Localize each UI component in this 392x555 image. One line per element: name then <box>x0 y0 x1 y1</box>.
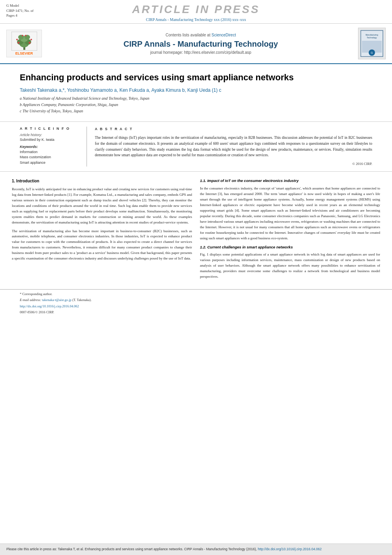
copyright-line: © 2016 CIRP. <box>95 161 372 167</box>
abstract-section: A B S T R A C T The Internet of things (… <box>95 127 372 167</box>
top-bar: G Model CIRP-1471; No. of Pages 4 ARTICL… <box>0 0 392 24</box>
svg-point-9 <box>16 39 18 40</box>
elsevier-logo: ELSEVIER <box>6 30 42 57</box>
section-1-para-2: The servitization of manufacturing also … <box>12 229 192 262</box>
g-model-text: G Model <box>6 3 38 8</box>
keywords-title: Keywords: <box>20 145 80 149</box>
journal-homepage[interactable]: journal homepage: http://ees.elsevier.co… <box>50 50 352 55</box>
section-1-2-para-1: Fig. 1 displays some potential applicati… <box>200 252 380 280</box>
journal-thumbnail: Manufacturing Technology G <box>358 28 386 59</box>
keyword-2: Mass customization <box>20 155 80 160</box>
column-left: 1. Introduction Recently, IoT is widely … <box>12 178 192 283</box>
section-1-1-para-1: In the consumer electronics industry, th… <box>200 186 380 241</box>
svg-point-8 <box>28 42 30 44</box>
affil-a: a National Institute of Advanced Industr… <box>20 95 372 102</box>
journal-title: CIRP Annals - Manufacturing Technology <box>50 40 352 49</box>
keyword-3: Smart appliance <box>20 160 80 166</box>
svg-text:Technology: Technology <box>367 36 377 39</box>
issn-text: 0007-8506/© 2016 CIRP. <box>20 310 54 314</box>
abstract-text: The Internet of things (IoT) plays impor… <box>95 135 372 158</box>
affiliations: a National Institute of Advanced Industr… <box>20 95 372 114</box>
svg-text:G: G <box>371 51 373 54</box>
svg-point-7 <box>17 42 19 44</box>
footer-citation-bar: Please cite this article in press as: Ta… <box>0 544 392 555</box>
email-address[interactable]: takenaka-t@aist.go.jp <box>42 298 71 302</box>
footer-doi-link[interactable]: http://dx.doi.org/10.1016/j.cirp.2016.04… <box>258 547 322 551</box>
affil-b: b Appliances Company, Panasonic Corporat… <box>20 102 372 108</box>
elsevier-image: ELSEVIER <box>6 30 42 57</box>
contents-text: Contents lists available at <box>166 33 210 37</box>
svg-point-10 <box>30 39 32 40</box>
svg-point-11 <box>22 35 23 36</box>
journal-cover-svg: Manufacturing Technology G <box>360 30 384 57</box>
article-in-press-text: ARTICLE IN PRESS <box>38 3 354 16</box>
svg-text:Manufacturing: Manufacturing <box>366 34 378 36</box>
abstract-title: A B S T R A C T <box>95 127 372 132</box>
elsevier-brand-text: ELSEVIER <box>15 51 33 55</box>
main-content: 1. Introduction Recently, IoT is widely … <box>0 172 392 289</box>
email-label: E-mail address: <box>20 298 41 302</box>
sciencedirect-link[interactable]: ScienceDirect <box>211 33 236 37</box>
doi-line: http://dx.doi.org/10.1016/j.cirp.2016.04… <box>20 304 372 309</box>
column-right: 1.1. Impact of IoT on the consumer elect… <box>200 178 380 283</box>
footnotes: * Corresponding author. E-mail address: … <box>0 289 392 318</box>
cirp-ref-text: CIRP-1471; No. of Pages 4 <box>6 8 38 18</box>
corresponding-label: * Corresponding author. <box>20 292 52 296</box>
g-model-label: G Model CIRP-1471; No. of Pages 4 <box>6 3 38 18</box>
contents-line: Contents lists available at ScienceDirec… <box>50 33 352 37</box>
section-1-2-heading: 1.2. Current challenges in smart applian… <box>200 244 380 250</box>
article-main-title: Enhancing products and services using sm… <box>20 72 372 83</box>
section-1-1-heading: 1.1. Impact of IoT on the consumer elect… <box>200 178 380 184</box>
journal-cover-image: Manufacturing Technology G <box>358 28 386 59</box>
keyword-1: Information <box>20 150 80 155</box>
article-info-title: A R T I C L E I N F O <box>20 127 80 131</box>
authors-line: Takeshi Takenaka a,*, Yoshinobu Yamamoto… <box>20 87 372 93</box>
section-1-para-1: Recently, IoT is widely anticipated for … <box>12 187 192 225</box>
submitted-value: Submitted by K. Iwata <box>20 138 80 142</box>
elsevier-tree-svg <box>11 32 37 51</box>
article-body-header: A R T I C L E I N F O Article history: S… <box>0 122 392 172</box>
page: G Model CIRP-1471; No. of Pages 4 ARTICL… <box>0 0 392 555</box>
section-1-heading: 1. Introduction <box>12 178 192 184</box>
email-name: (T. Takenaka). <box>72 298 92 302</box>
doi-link[interactable]: http://dx.doi.org/10.1016/j.cirp.2016.04… <box>20 304 79 308</box>
corresponding-author: * Corresponding author. <box>20 292 372 297</box>
journal-header: ELSEVIER Contents lists available at Sci… <box>0 24 392 64</box>
affil-c: c The University of Tokyo, Tokyo, Japan <box>20 108 372 114</box>
history-label: Article history: <box>20 133 80 137</box>
journal-center: Contents lists available at ScienceDirec… <box>50 33 352 55</box>
article-info-panel: A R T I C L E I N F O Article history: S… <box>20 127 87 167</box>
article-in-press-banner: ARTICLE IN PRESS CIRP Annals - Manufactu… <box>38 3 354 22</box>
journal-ref-text: CIRP Annals - Manufacturing Technology x… <box>38 17 354 22</box>
article-title-section: Enhancing products and services using sm… <box>0 64 392 122</box>
issn-line: 0007-8506/© 2016 CIRP. <box>20 310 372 315</box>
svg-point-12 <box>25 35 26 36</box>
footer-text: Please cite this article in press as: Ta… <box>6 547 257 551</box>
email-line: E-mail address: takenaka-t@aist.go.jp (T… <box>20 298 372 303</box>
